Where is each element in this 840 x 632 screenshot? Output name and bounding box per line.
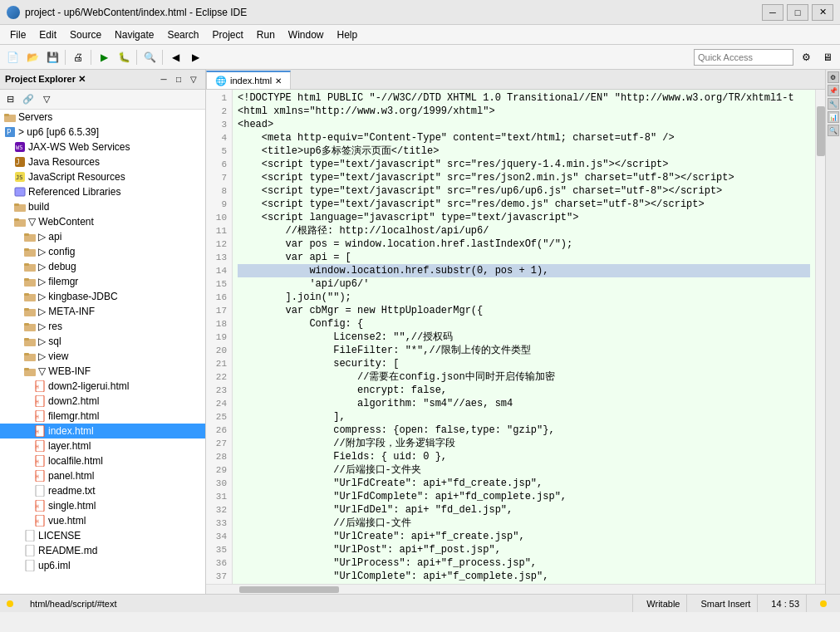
- code-area[interactable]: <!DOCTYPE html PUBLIC "-//W3C//DTD XHTML…: [233, 90, 815, 584]
- code-line[interactable]: <script language="javascript" type="text…: [238, 211, 810, 224]
- open-button[interactable]: 📂: [23, 48, 42, 66]
- code-line[interactable]: //附加字段，业务逻辑字段: [238, 437, 810, 450]
- print-button[interactable]: 🖨: [69, 48, 87, 66]
- right-panel-btn-4[interactable]: 📊: [828, 111, 839, 123]
- code-line[interactable]: <html xmlns="http://www.w3.org/1999/xhtm…: [238, 105, 810, 118]
- tree-item[interactable]: ▷ view: [0, 349, 205, 364]
- tab-close-button[interactable]: ✕: [275, 76, 282, 86]
- tree-item[interactable]: Hdown2-ligerui.html: [0, 379, 205, 394]
- code-line[interactable]: "UrlFdCreate": api+"fd_create.jsp",: [238, 477, 810, 490]
- code-line[interactable]: "UrlFdDel": api+ "fd_del.jsp",: [238, 503, 810, 517]
- horizontal-scrollbar[interactable]: [206, 584, 825, 594]
- code-line[interactable]: ],: [238, 410, 810, 424]
- collapse-all-button[interactable]: ⊟: [2, 92, 18, 107]
- quick-access-button[interactable]: ⚙: [797, 48, 815, 66]
- tree-item[interactable]: ▽ WEB-INF: [0, 364, 205, 379]
- link-with-editor-button[interactable]: 🔗: [20, 92, 37, 107]
- menu-run[interactable]: Run: [250, 27, 282, 42]
- code-line[interactable]: Fields: { uid: 0 },: [238, 450, 810, 463]
- search-button[interactable]: 🔍: [140, 48, 159, 66]
- code-line[interactable]: License2: "",//授权码: [238, 331, 810, 344]
- run-button[interactable]: ▶: [95, 48, 113, 66]
- menu-navigate[interactable]: Navigate: [108, 27, 160, 42]
- right-panel-btn-2[interactable]: 📌: [828, 85, 839, 96]
- tree-item[interactable]: Servers: [0, 110, 205, 125]
- tree-item[interactable]: JSJavaScript Resources: [0, 169, 205, 184]
- code-line[interactable]: //后端接口-文件: [238, 517, 810, 530]
- tree-item[interactable]: ▷ sql: [0, 334, 205, 349]
- menu-file[interactable]: File: [3, 27, 32, 42]
- tree-item[interactable]: Hpanel.html: [0, 468, 205, 483]
- code-line[interactable]: "UrlCreate": api+"f_create.jsp",: [238, 530, 810, 543]
- status-insert-mode[interactable]: Smart Insert: [694, 595, 758, 612]
- code-line[interactable]: <head>: [238, 118, 810, 131]
- minimize-button[interactable]: ─: [762, 4, 784, 21]
- code-line[interactable]: var cbMgr = new HttpUploaderMgr({: [238, 304, 810, 317]
- right-panel-btn-5[interactable]: 🔍: [828, 125, 839, 136]
- tree-item[interactable]: up6.iml: [0, 558, 205, 573]
- code-line[interactable]: "UrlFdComplete": api+"fd_complete.jsp",: [238, 490, 810, 503]
- code-line[interactable]: encrypt: false,: [238, 384, 810, 397]
- explorer-menu-button[interactable]: ▽: [38, 92, 55, 107]
- editor-tab-index-html[interactable]: 🌐 index.html ✕: [206, 71, 291, 89]
- perspective-button[interactable]: 🖥: [818, 48, 837, 66]
- tree-item[interactable]: JJava Resources: [0, 154, 205, 169]
- tree-item[interactable]: ▷ config: [0, 244, 205, 259]
- tree-item[interactable]: Hfilemgr.html: [0, 409, 205, 424]
- code-line[interactable]: FileFilter: "*",//限制上传的文件类型: [238, 344, 810, 357]
- tree-item[interactable]: ▷ api: [0, 229, 205, 244]
- tree-item[interactable]: ▽ WebContent: [0, 214, 205, 229]
- back-button[interactable]: ◀: [166, 48, 184, 66]
- maximize-button[interactable]: □: [787, 4, 808, 21]
- tree-item[interactable]: Hsingle.html: [0, 498, 205, 513]
- code-line[interactable]: <script type="text/javascript" src="res/…: [238, 171, 810, 184]
- code-line[interactable]: 'api/up6/': [238, 277, 810, 291]
- code-line[interactable]: Config: {: [238, 317, 810, 331]
- close-button[interactable]: ✕: [812, 4, 833, 21]
- tree-item[interactable]: ▷ kingbase-JDBC: [0, 289, 205, 304]
- code-line[interactable]: ].join("");: [238, 291, 810, 304]
- menu-edit[interactable]: Edit: [32, 27, 63, 42]
- scroll-thumb[interactable]: [817, 106, 825, 156]
- code-line[interactable]: <meta http-equiv="Content-Type" content=…: [238, 131, 810, 145]
- panel-view-menu-button[interactable]: ▽: [187, 73, 200, 86]
- code-line[interactable]: <title>up6多标签演示页面</title>: [238, 145, 810, 158]
- editor-content[interactable]: 1234567891011121314151617181920212223242…: [206, 90, 825, 584]
- code-line[interactable]: compress: {open: false,type: "gzip"},: [238, 424, 810, 437]
- tree-item[interactable]: Hvue.html: [0, 513, 205, 528]
- menu-source[interactable]: Source: [63, 27, 108, 42]
- code-line[interactable]: var pos = window.location.href.lastIndex…: [238, 238, 810, 251]
- code-line[interactable]: //需要在config.json中同时开启传输加密: [238, 370, 810, 384]
- menu-project[interactable]: Project: [205, 27, 249, 42]
- code-line[interactable]: <!DOCTYPE html PUBLIC "-//W3C//DTD XHTML…: [238, 91, 810, 105]
- tree-item[interactable]: ▷ META-INF: [0, 304, 205, 319]
- code-line[interactable]: <script type="text/javascript" src="res/…: [238, 184, 810, 198]
- tree-item[interactable]: ▷ debug: [0, 259, 205, 274]
- menu-help[interactable]: Help: [331, 27, 365, 42]
- code-line[interactable]: //后端接口-文件夹: [238, 463, 810, 477]
- code-line[interactable]: "UrlProcess": api+"f_process.jsp",: [238, 556, 810, 570]
- tree-item[interactable]: Hindex.html: [0, 424, 205, 438]
- tree-item[interactable]: Referenced Libraries: [0, 184, 205, 199]
- vertical-scrollbar[interactable]: [815, 90, 825, 584]
- tree-item[interactable]: README.md: [0, 543, 205, 558]
- debug-button[interactable]: 🐛: [115, 48, 133, 66]
- tree-item[interactable]: WSJAX-WS Web Services: [0, 140, 205, 154]
- right-panel-btn-1[interactable]: ⚙: [828, 71, 839, 83]
- new-button[interactable]: 📄: [3, 48, 22, 66]
- tree-item[interactable]: P> up6 [up6 6.5.39]: [0, 125, 205, 140]
- tree-item[interactable]: readme.txt: [0, 483, 205, 498]
- tree-item[interactable]: LICENSE: [0, 528, 205, 543]
- status-writable[interactable]: Writable: [640, 595, 687, 612]
- code-line[interactable]: window.location.href.substr(0, pos + 1),: [238, 264, 810, 277]
- code-line[interactable]: <script type="text/javascript" src="res/…: [238, 158, 810, 171]
- tree-item[interactable]: Hlocalfile.html: [0, 453, 205, 468]
- code-line[interactable]: //根路径: http://localhost/api/up6/: [238, 224, 810, 238]
- panel-minimize-button[interactable]: ─: [157, 73, 170, 86]
- menu-window[interactable]: Window: [282, 27, 331, 42]
- code-line[interactable]: "UrlComplete": api+"f_complete.jsp",: [238, 570, 810, 583]
- panel-maximize-button[interactable]: □: [172, 73, 185, 86]
- tree-item[interactable]: ▷ res: [0, 319, 205, 334]
- code-line[interactable]: security: [: [238, 357, 810, 370]
- menu-search[interactable]: Search: [160, 27, 205, 42]
